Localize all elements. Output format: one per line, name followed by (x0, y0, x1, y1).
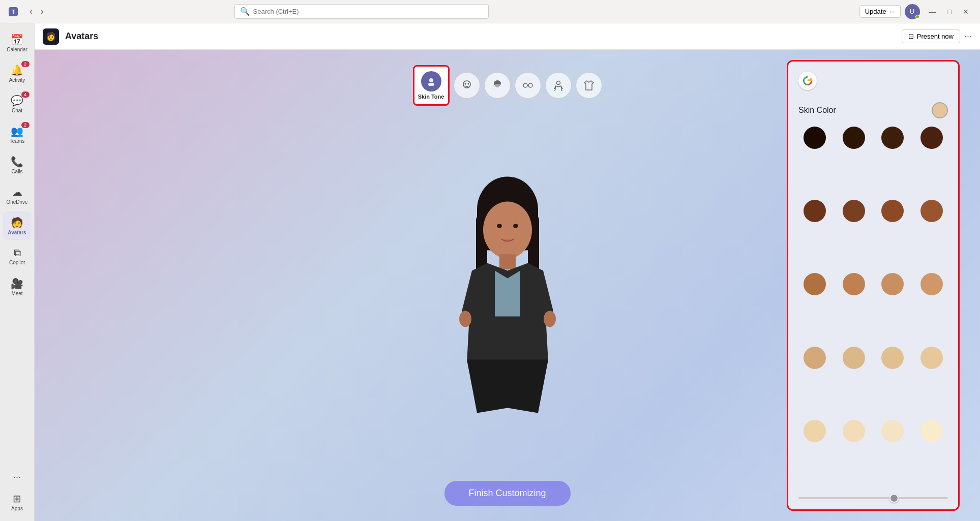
google-icon (798, 72, 817, 90)
color-swatch-4[interactable] (920, 127, 943, 149)
present-now-icon: ⊡ (908, 33, 914, 40)
color-swatch-8[interactable] (920, 200, 943, 222)
more-options-button[interactable]: ··· (964, 31, 972, 42)
sidebar-item-calendar[interactable]: 📅 Calendar (3, 28, 32, 57)
svg-point-5 (464, 83, 466, 85)
search-icon: 🔍 (240, 7, 250, 16)
update-button[interactable]: Update ··· (859, 5, 901, 18)
svg-point-26 (459, 311, 471, 327)
sidebar-item-avatars[interactable]: 🧑 Avatars (3, 211, 32, 240)
sidebar-item-meet[interactable]: 🎥 Meet (3, 272, 32, 301)
app-header: 🧑 Avatars ⊡ Present now ··· (35, 23, 980, 50)
finish-customizing-button[interactable]: Finish Customizing (444, 481, 570, 506)
page-title: Avatars (65, 31, 98, 42)
color-swatch-13[interactable] (804, 347, 826, 369)
svg-rect-9 (494, 82, 500, 84)
color-swatch-19[interactable] (881, 420, 904, 442)
skin-tone-icon (421, 71, 441, 91)
search-bar[interactable]: 🔍 (234, 4, 489, 19)
color-swatch-20[interactable] (920, 420, 943, 442)
skin-panel-header (798, 72, 948, 90)
titlebar: T ‹ › 🔍 Update ··· U — □ ✕ (0, 0, 980, 23)
user-avatar[interactable]: U (905, 4, 920, 19)
color-swatch-15[interactable] (881, 347, 904, 369)
online-status-dot (915, 15, 919, 19)
minimize-button[interactable]: — (924, 6, 941, 18)
apps-icon: ⊞ (13, 493, 21, 505)
color-swatch-3[interactable] (881, 127, 904, 149)
sidebar-item-calls[interactable]: 📞 Calls (3, 150, 32, 179)
color-swatch-1[interactable] (804, 127, 826, 149)
toolbar-body[interactable] (545, 72, 572, 99)
activity-badge: 2 (21, 61, 29, 67)
maximize-button[interactable]: □ (942, 6, 957, 18)
svg-point-24 (513, 224, 518, 228)
copilot-icon: ⧉ (14, 247, 21, 259)
customization-toolbar: Skin Tone (413, 65, 602, 106)
svg-point-27 (544, 311, 556, 327)
skin-tone-slider-row (798, 497, 948, 499)
skin-color-panel: Skin Color (787, 60, 960, 511)
svg-point-10 (523, 83, 527, 87)
color-swatch-2[interactable] (843, 127, 865, 149)
app-header-icon: 🧑 (43, 28, 59, 45)
svg-point-11 (528, 83, 532, 87)
avatars-icon: 🧑 (11, 217, 23, 229)
color-swatch-9[interactable] (804, 273, 826, 295)
back-button[interactable]: ‹ (26, 4, 36, 19)
skin-tone-slider[interactable] (798, 497, 948, 499)
search-input[interactable] (253, 8, 483, 15)
avatar-canvas: Skin Tone (35, 50, 980, 521)
svg-point-22 (483, 201, 532, 258)
more-options-dots[interactable]: ··· (13, 472, 21, 482)
sidebar-item-activity[interactable]: 🔔 Activity 2 (3, 59, 32, 87)
titlebar-right: Update ··· U — □ ✕ (859, 4, 974, 19)
calls-icon: 📞 (11, 156, 23, 168)
toolbar-accessories[interactable] (515, 72, 541, 99)
teams-logo: T (6, 5, 20, 19)
svg-text:T: T (12, 9, 15, 15)
nav-buttons: ‹ › (26, 4, 47, 19)
skin-color-label: Skin Color (798, 106, 836, 115)
svg-point-23 (497, 224, 502, 228)
color-swatch-11[interactable] (881, 273, 904, 295)
color-swatch-12[interactable] (920, 273, 943, 295)
sidebar-item-apps[interactable]: ⊞ Apps (3, 487, 32, 516)
chat-badge: 4 (21, 91, 29, 98)
color-swatch-14[interactable] (843, 347, 865, 369)
color-swatch-7[interactable] (881, 200, 904, 222)
current-skin-swatch[interactable] (932, 102, 948, 118)
skin-color-grid (798, 127, 948, 487)
svg-point-2 (429, 78, 433, 82)
color-swatch-10[interactable] (843, 273, 865, 295)
toolbar-skin-tone[interactable]: Skin Tone (413, 65, 450, 106)
teams-badge: 2 (21, 122, 29, 128)
sidebar: 📅 Calendar 🔔 Activity 2 💬 Chat 4 👥 Teams… (0, 23, 35, 521)
color-swatch-5[interactable] (804, 200, 826, 222)
onedrive-icon: ☁ (12, 186, 22, 198)
svg-rect-3 (428, 83, 434, 86)
forward-button[interactable]: › (38, 4, 47, 19)
main-content: 🧑 Avatars ⊡ Present now ··· Skin Tone (35, 23, 980, 521)
svg-point-6 (467, 83, 469, 85)
color-swatch-17[interactable] (804, 420, 826, 442)
svg-rect-25 (499, 254, 516, 269)
close-button[interactable]: ✕ (958, 6, 974, 18)
sidebar-item-teams[interactable]: 👥 Teams 2 (3, 120, 32, 148)
toolbar-face[interactable] (454, 72, 480, 99)
color-swatch-18[interactable] (843, 420, 865, 442)
color-swatch-6[interactable] (843, 200, 865, 222)
color-swatch-16[interactable] (920, 347, 943, 369)
avatar-display (431, 159, 584, 423)
toolbar-hair[interactable] (484, 72, 511, 99)
app-header-actions: ⊡ Present now ··· (902, 29, 972, 43)
calendar-icon: 📅 (11, 34, 23, 46)
sidebar-item-chat[interactable]: 💬 Chat 4 (3, 89, 32, 118)
sidebar-item-copilot[interactable]: ⧉ Copilot (3, 242, 32, 270)
sidebar-item-onedrive[interactable]: ☁ OneDrive (3, 181, 32, 209)
meet-icon: 🎥 (11, 278, 23, 290)
present-now-button[interactable]: ⊡ Present now (902, 29, 960, 43)
window-controls: — □ ✕ (924, 6, 974, 18)
toolbar-clothing[interactable] (576, 72, 602, 99)
svg-point-15 (556, 81, 560, 85)
